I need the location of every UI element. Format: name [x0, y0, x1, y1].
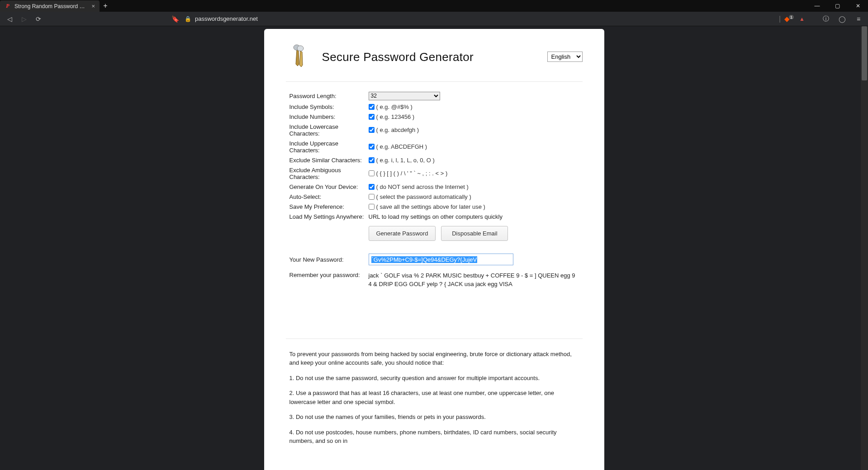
- opt-hint-savepref: ( save all the settings above for later …: [376, 203, 485, 210]
- tab-close-icon[interactable]: ×: [91, 3, 95, 9]
- tip-1: 1. Do not use the same password, securit…: [289, 374, 579, 383]
- exclude-ambiguous-checkbox[interactable]: [369, 170, 375, 176]
- window-controls: — ▢ ✕: [807, 0, 868, 12]
- tip-2: 2. Use a password that has at least 16 c…: [289, 389, 579, 406]
- url-text: passwordsgenerator.net: [195, 15, 258, 22]
- new-tab-button[interactable]: +: [100, 0, 111, 12]
- page-title: Secure Password Generator: [322, 50, 474, 64]
- opt-label-symbols: Include Symbols:: [289, 103, 369, 110]
- tips-section: To prevent your passwords from being hac…: [289, 350, 579, 446]
- include-symbols-checkbox[interactable]: [369, 104, 375, 110]
- tab-title: Strong Random Password Generat: [14, 3, 88, 9]
- opt-hint-numbers: ( e.g. 123456 ): [376, 113, 415, 120]
- password-output[interactable]: `Gv%2PMb+C9-$=]Qe94&DEGy?{JujeV: [369, 254, 513, 265]
- nav-forward-button[interactable]: ▷: [19, 14, 29, 24]
- include-lowercase-checkbox[interactable]: [369, 127, 375, 133]
- opt-hint-lower: ( e.g. abcdefgh ): [376, 127, 419, 133]
- page-card: Secure Password Generator English Passwo…: [264, 29, 604, 470]
- favicon-icon: P: [5, 3, 11, 9]
- vertical-scrollbar[interactable]: [861, 26, 868, 470]
- opt-hint-ambig: ( { } [ ] ( ) / \ ' " ` ~ , ; : . < > ): [376, 170, 448, 177]
- brave-rewards-icon[interactable]: ▲: [799, 16, 805, 22]
- keys-icon: [289, 43, 309, 70]
- window-close-button[interactable]: ✕: [848, 0, 868, 12]
- toolbar: ◁ ▷ ⟳ 🔖 🔒 passwordsgenerator.net | ◆1 ▲ …: [0, 12, 868, 26]
- auto-select-checkbox[interactable]: [369, 194, 375, 200]
- opt-label-upper: Include Uppercase Characters:: [289, 140, 369, 154]
- opt-label-numbers: Include Numbers:: [289, 113, 369, 120]
- exclude-similar-checkbox[interactable]: [369, 157, 375, 163]
- opt-label-similar: Exclude Similar Characters:: [289, 157, 369, 164]
- nav-reload-button[interactable]: ⟳: [33, 14, 43, 24]
- divider: [286, 338, 583, 339]
- tips-intro: To prevent your passwords from being hac…: [289, 350, 579, 367]
- brave-shields-icon[interactable]: ◆1: [784, 15, 796, 23]
- nav-back-button[interactable]: ◁: [5, 14, 14, 24]
- password-length-select[interactable]: 32: [369, 92, 440, 100]
- opt-hint-upper: ( e.g. ABCDEFGH ): [376, 143, 427, 150]
- opt-hint-symbols: ( e.g. @#$% ): [376, 103, 413, 110]
- opt-hint-autosel: ( select the password automatically ): [376, 193, 471, 200]
- generate-password-button[interactable]: Generate Password: [369, 226, 436, 241]
- save-preference-checkbox[interactable]: [369, 204, 375, 210]
- browser-tab[interactable]: P Strong Random Password Generat ×: [0, 0, 100, 12]
- opt-label-savepref: Save My Preference:: [289, 203, 369, 210]
- include-numbers-checkbox[interactable]: [369, 114, 375, 120]
- url-bar[interactable]: 🔒 passwordsgenerator.net: [185, 13, 774, 25]
- mnemonic-label: Remember your password:: [289, 272, 369, 289]
- disposable-email-button[interactable]: Disposable Email: [441, 226, 508, 241]
- opt-label-length: Password Length:: [289, 93, 369, 99]
- tip-3: 3. Do not use the names of your families…: [289, 413, 579, 422]
- opt-label-lower: Include Lowercase Characters:: [289, 123, 369, 137]
- mnemonic-text: jack ` GOLF visa % 2 PARK MUSIC bestbuy …: [369, 272, 579, 289]
- profile-icon[interactable]: ◯: [837, 14, 847, 24]
- svg-point-1: [297, 46, 304, 51]
- language-select[interactable]: English: [547, 52, 583, 62]
- opt-hint-similar: ( e.g. i, l, 1, L, o, 0, O ): [376, 157, 435, 164]
- include-uppercase-checkbox[interactable]: [369, 144, 375, 150]
- titlebar: P Strong Random Password Generat × + — ▢…: [0, 0, 868, 12]
- tip-4: 4. Do not use postcodes, house numbers, …: [289, 428, 579, 446]
- opt-label-ambig: Exclude Ambiguous Characters:: [289, 167, 369, 180]
- page-viewport: Secure Password Generator English Passwo…: [0, 26, 868, 470]
- bookmark-icon[interactable]: 🔖: [170, 14, 180, 24]
- result-label: Your New Password:: [289, 256, 369, 263]
- info-icon[interactable]: ⓘ: [821, 14, 831, 24]
- opt-label-load: Load My Settings Anywhere:: [289, 213, 369, 220]
- load-settings-link[interactable]: URL to load my settings on other compute…: [369, 213, 503, 220]
- divider: [286, 81, 583, 82]
- browser-menu-button[interactable]: ≡: [854, 14, 863, 24]
- opt-hint-device: ( do NOT send across the Internet ): [376, 183, 469, 190]
- window-maximize-button[interactable]: ▢: [827, 0, 848, 12]
- opt-label-autosel: Auto-Select:: [289, 193, 369, 200]
- password-text: `Gv%2PMb+C9-$=]Qe94&DEGy?{JujeV: [371, 256, 478, 263]
- window-minimize-button[interactable]: —: [807, 0, 827, 12]
- separator: |: [779, 15, 781, 23]
- generate-on-device-checkbox[interactable]: [369, 184, 375, 190]
- scrollbar-thumb[interactable]: [862, 26, 867, 80]
- opt-label-device: Generate On Your Device:: [289, 183, 369, 190]
- lock-icon: 🔒: [185, 16, 191, 22]
